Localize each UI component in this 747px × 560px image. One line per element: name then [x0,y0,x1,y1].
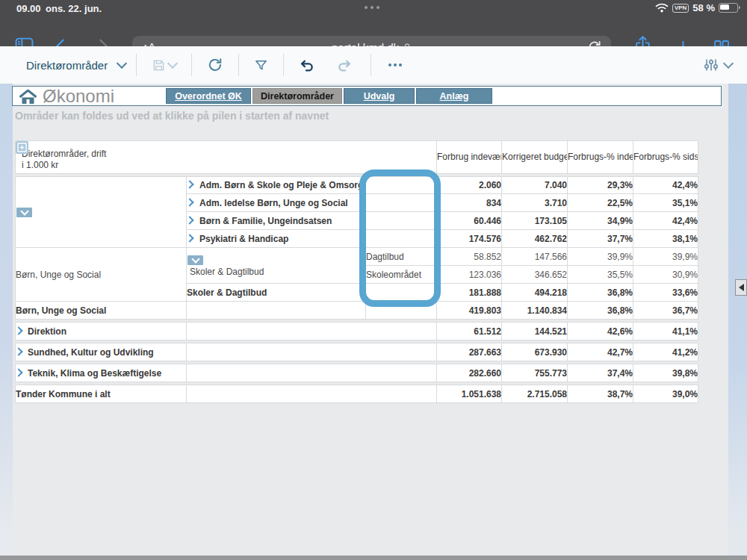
value-cell: 834 [437,194,502,212]
display-settings-button[interactable] [704,57,719,72]
tab-overordnet-ok[interactable]: Overordnet ØK [166,88,251,104]
redo-button[interactable] [332,57,357,73]
table-row: Børn, Unge og Social 419.803 1.140.834 3… [15,302,698,320]
sub-cell: Dagtilbud [366,248,437,266]
battery-icon [719,3,738,13]
value-cell: 35,1% [633,194,698,212]
row-label-cell: Psykiatri & Handicap [187,230,366,248]
value-cell: 36,7% [633,302,698,320]
column-header: Korrigeret budget indeværende år [502,140,568,174]
filter-icon [254,58,268,72]
status-bar: 09.00 ons. 22. jun. VPN 58 % [0,0,747,16]
tab-direktoromrader[interactable]: Direktørområder [252,88,342,104]
value-cell: 2.060 [437,176,502,194]
chevron-right-icon[interactable] [15,347,23,355]
chevron-right-icon[interactable] [187,234,194,242]
value-cell: 1.051.638 [437,385,502,403]
value-cell: 123.036 [437,266,502,284]
value-cell: 7.040 [502,176,568,194]
more-button[interactable] [382,57,409,72]
value-cell: 282.660 [437,364,502,382]
status-time: 09.00 [16,3,41,14]
sub-cell: Skoleområdet [366,266,437,284]
undo-icon [299,57,314,73]
multitasking-dots-icon [365,6,379,9]
refresh-button[interactable] [202,57,228,73]
table-title: Direktørområder, drift i 1.000 kr [22,149,436,171]
value-cell: 2.715.058 [502,385,568,403]
save-icon [152,58,166,72]
value-cell: 33,6% [633,284,698,302]
hint-text: Områder kan foldes ud ved at klikke på p… [15,110,329,122]
value-cell: 42,4% [633,212,698,230]
value-cell: 462.762 [502,230,568,248]
sliders-icon [704,57,719,72]
value-cell: 346.652 [502,266,568,284]
value-cell: 39,9% [568,248,633,266]
value-cell: 29,3% [568,176,633,194]
value-cell: 673.930 [502,343,568,361]
view-selector-dropdown[interactable]: Direktørområder [26,59,125,72]
chevron-down-icon [723,58,734,69]
value-cell: 173.105 [502,212,568,230]
value-cell: 39,9% [633,248,698,266]
group-total-cell: Børn, Unge og Social [15,302,187,320]
home-icon[interactable] [19,90,37,105]
table-row: Børn, Unge og Social Skoler & Dagtilbud … [15,248,698,266]
table-row: Adm. Børn & Skole og Pleje & Omsorg 2.06… [15,176,698,194]
value-cell: 58.852 [437,248,502,266]
tab-anlaeg[interactable]: Anlæg [416,88,492,104]
value-cell: 39,8% [633,364,698,382]
row-label-cell [187,385,437,403]
sub-cell [366,230,437,248]
tab-udvalg[interactable]: Udvalg [344,88,415,104]
value-cell: 61.512 [437,322,502,340]
value-cell: 38,1% [633,230,698,248]
filter-button[interactable] [249,58,273,72]
value-cell: 287.663 [437,343,502,361]
value-cell: 34,9% [568,212,633,230]
group-cell: Direktion [15,322,187,340]
column-header: Forbrugs-% sidste år [633,140,698,174]
collapse-group-button[interactable] [16,208,32,217]
value-cell: 36,8% [568,302,633,320]
value-cell: 419.803 [437,302,502,320]
row-label-cell [187,322,437,340]
refresh-icon [207,57,223,73]
value-cell: 144.521 [502,322,568,340]
browser-chrome: 09.00 ons. 22. jun. VPN 58 % AA [0,0,747,46]
value-cell: 41,2% [633,343,698,361]
collapse-panel-button[interactable] [735,279,747,296]
divider [136,54,137,76]
sub-cell [366,302,437,320]
collapse-group-button[interactable] [187,255,203,265]
value-cell: 42,7% [568,343,633,361]
chevron-right-icon[interactable] [187,216,194,224]
divider [371,54,371,76]
value-cell: 38,7% [568,385,633,403]
group-cell: Sundhed, Kultur og Udvikling [15,343,187,361]
save-button[interactable] [147,58,181,72]
column-header: Forbrugs-% indeværende år [568,140,633,174]
row-label-cell: Børn & Familie, Ungeindsatsen [187,212,366,230]
value-cell: 147.566 [502,248,568,266]
expand-all-icon[interactable] [16,141,28,154]
chevron-right-icon[interactable] [15,368,23,376]
row-label-cell: Adm. Børn & Skole og Pleje & Omsorg [187,176,366,194]
undo-button[interactable] [294,57,319,73]
left-panel-strip [0,84,13,556]
browser-nav-row: AA portal.kmd.dk [0,16,747,46]
value-cell: 36,8% [568,284,633,302]
status-date: ons. 22. jun. [46,3,102,14]
sub-cell [366,212,437,230]
chevron-right-icon[interactable] [15,326,23,335]
chevron-right-icon[interactable] [187,180,194,188]
chevron-right-icon[interactable] [187,198,194,206]
app-toolbar: Direktørområder [0,46,747,84]
chevron-down-icon [117,58,127,69]
right-panel-strip [728,84,747,556]
table-corner-cell: Direktørområder, drift i 1.000 kr [15,140,437,174]
more-dots-icon [386,57,404,72]
value-cell: 755.773 [502,364,568,382]
chevron-down-icon [167,58,178,69]
